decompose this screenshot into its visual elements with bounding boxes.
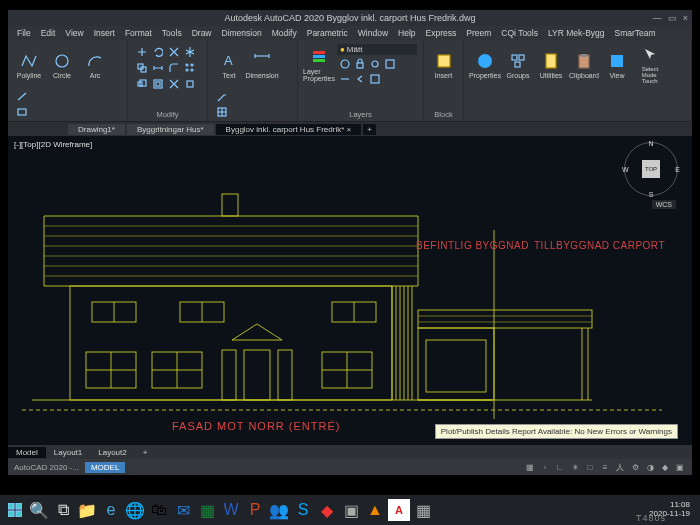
model-badge[interactable]: MODEL: [85, 462, 125, 473]
erase-icon[interactable]: [182, 76, 196, 90]
stretch-icon[interactable]: [150, 60, 164, 74]
explorer-icon[interactable]: 📁: [76, 499, 98, 521]
osnap-icon[interactable]: □: [584, 461, 596, 473]
layer-lock-icon[interactable]: [352, 56, 366, 70]
move-icon[interactable]: [134, 44, 148, 58]
insert-block-button[interactable]: Insert: [430, 44, 457, 86]
menu-file[interactable]: File: [14, 27, 34, 39]
menu-format[interactable]: Format: [122, 27, 155, 39]
outlook-icon[interactable]: ✉: [172, 499, 194, 521]
autocad-icon[interactable]: A: [388, 499, 410, 521]
clipboard-button[interactable]: Clipboard: [569, 44, 599, 86]
dimension-button[interactable]: Dimension: [247, 44, 277, 86]
menu-draw[interactable]: Draw: [189, 27, 215, 39]
text-button[interactable]: AText: [214, 44, 244, 86]
menu-help[interactable]: Help: [395, 27, 418, 39]
close-button[interactable]: ×: [683, 13, 688, 23]
menu-preem[interactable]: Preem: [463, 27, 494, 39]
drawing-canvas[interactable]: [-][Top][2D Wireframe]: [8, 136, 692, 445]
add-tab-button[interactable]: +: [363, 124, 376, 135]
start-button[interactable]: [4, 499, 26, 521]
viewport-label[interactable]: [-][Top][2D Wireframe]: [14, 140, 92, 149]
layer-state-icon[interactable]: [367, 71, 381, 85]
layer-properties-button[interactable]: Layer Properties: [304, 44, 334, 86]
menu-smarteam[interactable]: SmarTeam: [612, 27, 659, 39]
mirror-icon[interactable]: [182, 44, 196, 58]
line-icon[interactable]: [14, 89, 28, 103]
trim-icon[interactable]: [166, 44, 180, 58]
search-icon[interactable]: 🔍: [28, 499, 50, 521]
offset-icon[interactable]: [150, 76, 164, 90]
annotation-scale-icon[interactable]: 人: [614, 461, 626, 473]
ortho-icon[interactable]: ∟: [554, 461, 566, 473]
store-icon[interactable]: 🛍: [148, 499, 170, 521]
layer-dropdown[interactable]: ● Mätt: [337, 44, 417, 55]
menu-view[interactable]: View: [62, 27, 86, 39]
app-icon-1[interactable]: ▣: [340, 499, 362, 521]
powerpoint-icon[interactable]: P: [244, 499, 266, 521]
ie-icon[interactable]: e: [100, 499, 122, 521]
circle-button[interactable]: Circle: [47, 44, 77, 86]
layer-iso-icon[interactable]: [337, 71, 351, 85]
leader-icon[interactable]: [214, 89, 228, 103]
utilities-button[interactable]: Utilities: [536, 44, 566, 86]
viewcube-face[interactable]: TOP: [642, 160, 660, 178]
clean-icon[interactable]: ▣: [674, 461, 686, 473]
snap-icon[interactable]: ▫: [539, 461, 551, 473]
menu-express[interactable]: Express: [423, 27, 460, 39]
menu-lyr[interactable]: LYR Mek-Bygg: [545, 27, 608, 39]
layer-match-icon[interactable]: [382, 56, 396, 70]
polar-icon[interactable]: ✳: [569, 461, 581, 473]
array-icon[interactable]: [182, 60, 196, 74]
copy-icon[interactable]: [134, 60, 148, 74]
skype-icon[interactable]: S: [292, 499, 314, 521]
menu-dimension[interactable]: Dimension: [219, 27, 265, 39]
arc-button[interactable]: Arc: [80, 44, 110, 86]
menu-edit[interactable]: Edit: [38, 27, 59, 39]
polyline-button[interactable]: Polyline: [14, 44, 44, 86]
teams-icon[interactable]: 👥: [268, 499, 290, 521]
explode-icon[interactable]: [166, 76, 180, 90]
doc-tab-3[interactable]: Bygglov inkl. carport Hus Fredrik* ×: [216, 124, 362, 135]
layer-freeze-icon[interactable]: [337, 56, 351, 70]
isolate-icon[interactable]: ◑: [644, 461, 656, 473]
wcs-badge[interactable]: WCS: [652, 200, 676, 209]
menu-tools[interactable]: Tools: [159, 27, 185, 39]
edge-icon[interactable]: 🌐: [124, 499, 146, 521]
view-cube[interactable]: TOP N S E W: [624, 142, 678, 196]
grid-icon[interactable]: ▦: [524, 461, 536, 473]
lineweight-icon[interactable]: ≡: [599, 461, 611, 473]
groups-button[interactable]: Groups: [503, 44, 533, 86]
rectangle-icon[interactable]: [14, 104, 28, 118]
tab-layout1[interactable]: Layout1: [46, 447, 90, 458]
view-button[interactable]: View: [602, 44, 632, 86]
minimize-button[interactable]: —: [653, 13, 662, 23]
doc-tab-1[interactable]: Drawing1*: [68, 124, 125, 135]
menu-parametric[interactable]: Parametric: [304, 27, 351, 39]
doc-tab-2[interactable]: Byggritningar Hus*: [127, 124, 214, 135]
word-icon[interactable]: W: [220, 499, 242, 521]
tab-model[interactable]: Model: [8, 447, 46, 458]
app-icon-3[interactable]: ▦: [412, 499, 434, 521]
menu-window[interactable]: Window: [355, 27, 391, 39]
menu-modify[interactable]: Modify: [269, 27, 300, 39]
table-icon[interactable]: [214, 104, 228, 118]
tab-add[interactable]: +: [135, 447, 156, 458]
excel-icon[interactable]: ▦: [196, 499, 218, 521]
layer-prev-icon[interactable]: [352, 71, 366, 85]
select-mode-button[interactable]: Select Mode Touch: [635, 44, 665, 86]
acrobat-icon[interactable]: ◆: [316, 499, 338, 521]
rotate-icon[interactable]: [150, 44, 164, 58]
properties-button[interactable]: Properties: [470, 44, 500, 86]
app-icon-2[interactable]: ▲: [364, 499, 386, 521]
menu-insert[interactable]: Insert: [91, 27, 118, 39]
taskview-icon[interactable]: ⧉: [52, 499, 74, 521]
layer-off-icon[interactable]: [367, 56, 381, 70]
hardware-icon[interactable]: ◆: [659, 461, 671, 473]
maximize-button[interactable]: ▭: [668, 13, 677, 23]
scale-icon[interactable]: [134, 76, 148, 90]
fillet-icon[interactable]: [166, 60, 180, 74]
menu-cqi[interactable]: CQi Tools: [498, 27, 541, 39]
tab-layout2[interactable]: Layout2: [90, 447, 134, 458]
workspace-icon[interactable]: ⚙: [629, 461, 641, 473]
